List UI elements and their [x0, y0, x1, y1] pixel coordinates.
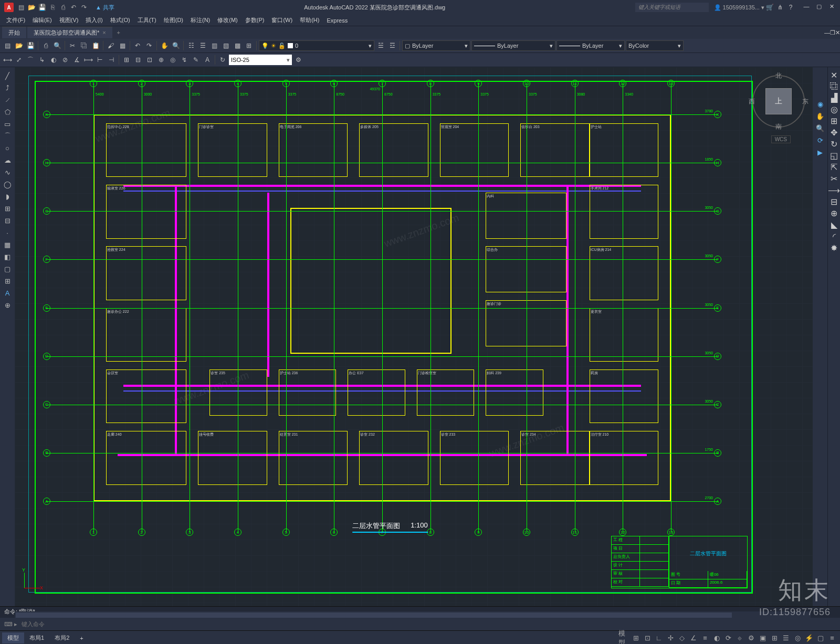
extend-icon[interactable]: ⟶ — [828, 185, 840, 195]
pline-icon[interactable]: ⤴ — [2, 82, 13, 93]
dim-baseline-icon[interactable]: ⊢ — [94, 55, 105, 65]
dim-edit-icon[interactable]: ✎ — [191, 55, 201, 65]
layerprops-icon[interactable]: ☱ — [375, 40, 386, 51]
paste-icon[interactable]: 📋 — [90, 40, 101, 51]
minimize-button[interactable]: — — [802, 3, 811, 12]
polygon-icon[interactable]: ⬠ — [2, 107, 13, 117]
drawing-canvas[interactable]: www.znzmo.com www.znzmo.com www.znzmo.co… — [15, 67, 813, 606]
gradient-icon[interactable]: ◧ — [2, 251, 13, 262]
explode-icon[interactable]: ✸ — [831, 243, 837, 253]
menu-item[interactable]: 文件(F) — [3, 16, 28, 24]
array-icon[interactable]: ⊞ — [831, 116, 837, 126]
transparency-icon[interactable]: ◐ — [711, 632, 722, 644]
xline-icon[interactable]: ⟋ — [2, 94, 13, 105]
block-icon[interactable]: ▦ — [117, 40, 128, 51]
annomonitor-icon[interactable]: ▣ — [757, 632, 769, 644]
dim-diameter-icon[interactable]: ⊘ — [60, 55, 70, 65]
rotate-icon[interactable]: ↻ — [831, 139, 837, 149]
viewcube-west[interactable]: 西 — [749, 97, 755, 106]
file-tab-active[interactable]: 某医院急诊部空调通风图*× — [27, 27, 112, 38]
table-icon[interactable]: ⊞ — [2, 276, 13, 286]
mtext-icon[interactable]: A — [2, 288, 13, 298]
pan-nav-icon[interactable]: ✋ — [815, 111, 825, 121]
zoom-icon[interactable]: 🔍 — [171, 40, 181, 51]
inspect-icon[interactable]: ◎ — [167, 55, 178, 65]
addselected-icon[interactable]: ⊕ — [2, 300, 13, 310]
grid-toggle-icon[interactable]: ⊞ — [630, 632, 642, 644]
join-icon[interactable]: ⊕ — [831, 208, 837, 218]
close-button[interactable]: ✕ — [827, 3, 836, 12]
chamfer-icon[interactable]: ◣ — [831, 220, 837, 230]
zoomext-icon[interactable]: 🔍 — [815, 123, 825, 133]
open-icon[interactable]: 📂 — [14, 40, 24, 51]
move-icon[interactable]: ✥ — [831, 128, 837, 138]
close-tab-icon[interactable]: × — [102, 29, 106, 36]
cut-icon[interactable]: ✂ — [67, 40, 78, 51]
revcloud-icon[interactable]: ☁ — [2, 155, 13, 165]
help-icon[interactable]: ? — [785, 2, 796, 13]
layeriso-icon[interactable]: ☲ — [387, 40, 397, 51]
toolpalettes-icon[interactable]: ▥ — [209, 40, 219, 51]
horizontal-scrollbar[interactable] — [15, 611, 811, 619]
menu-item[interactable]: 修改(M) — [214, 16, 241, 24]
cycling-icon[interactable]: ⟳ — [722, 632, 734, 644]
dimstyle-mgr-icon[interactable]: ⚙ — [293, 55, 303, 65]
model-tab[interactable]: 模型 — [2, 632, 24, 643]
menu-item[interactable]: 帮助(H) — [297, 16, 322, 24]
dimstyle-dropdown[interactable]: ISO-25▾ — [229, 55, 292, 65]
dim-update-icon[interactable]: ↻ — [217, 55, 228, 65]
rectangle-icon[interactable]: ▭ — [2, 119, 13, 129]
annoscale-icon[interactable]: ⟐ — [734, 632, 746, 644]
lwt-toggle-icon[interactable]: ≡ — [699, 632, 711, 644]
save-icon[interactable]: 💾 — [25, 40, 36, 51]
menu-item[interactable]: 格式(O) — [107, 16, 133, 24]
share-button[interactable]: ▲ 共享 — [96, 4, 114, 12]
copy2-icon[interactable]: ⿻ — [830, 82, 838, 91]
dim-radius-icon[interactable]: ◐ — [48, 55, 59, 65]
cleanscreen-icon[interactable]: ▢ — [815, 632, 826, 644]
trim-icon[interactable]: ✂ — [831, 174, 837, 184]
stretch-icon[interactable]: ⇱ — [831, 162, 837, 172]
quickprops-icon[interactable]: ☰ — [780, 632, 792, 644]
customize-icon[interactable]: ≡ — [826, 632, 838, 644]
circle-icon[interactable]: ○ — [2, 143, 13, 153]
maximize-button[interactable]: ▢ — [815, 3, 823, 12]
viewcube[interactable]: 上 北 南 东 西 — [750, 72, 807, 130]
mirror-icon[interactable]: ▟ — [831, 93, 837, 103]
ellipsearc-icon[interactable]: ◗ — [2, 191, 13, 202]
jogged-icon[interactable]: ↯ — [179, 55, 190, 65]
ucs-icon[interactable]: XY — [21, 571, 42, 592]
new-icon[interactable]: ▤ — [2, 40, 13, 51]
polar-toggle-icon[interactable]: ✢ — [665, 632, 676, 644]
doc-restore-icon[interactable]: ❐ — [830, 29, 835, 36]
menu-item[interactable]: 编辑(E) — [29, 16, 55, 24]
hardware-icon[interactable]: ⚡ — [803, 632, 815, 644]
dim-angular-icon[interactable]: ∡ — [71, 55, 82, 65]
qat-new-icon[interactable]: ▤ — [17, 3, 25, 12]
help-search-input[interactable]: 键入关键字或短语 — [635, 3, 709, 12]
isolate-icon[interactable]: ◎ — [792, 632, 803, 644]
redo-icon[interactable]: ↷ — [144, 40, 154, 51]
app-menu-icon[interactable]: ⋔ — [775, 2, 785, 13]
ellipse-icon[interactable]: ◯ — [2, 179, 13, 189]
spline-icon[interactable]: ∿ — [2, 167, 13, 177]
dim-continue-icon[interactable]: ⊣ — [106, 55, 117, 65]
app-logo[interactable]: A — [4, 3, 14, 12]
dim-linear-icon[interactable]: ⟷ — [2, 55, 13, 65]
ortho-toggle-icon[interactable]: ∟ — [653, 632, 665, 644]
command-input[interactable] — [22, 621, 840, 627]
copy-icon[interactable]: ⿻ — [79, 40, 89, 51]
plotstyle-dropdown[interactable]: ByColor▾ — [626, 40, 684, 51]
menu-item[interactable]: 绘图(D) — [161, 16, 186, 24]
undo-icon[interactable]: ↶ — [132, 40, 143, 51]
viewcube-south[interactable]: 南 — [775, 122, 782, 131]
plot-icon[interactable]: ⎙ — [40, 40, 51, 51]
match-icon[interactable]: 🖌 — [106, 40, 116, 51]
qat-undo-icon[interactable]: ↶ — [69, 3, 78, 12]
dim-quick-icon[interactable]: ⟼ — [83, 55, 93, 65]
qat-redo-icon[interactable]: ↷ — [80, 3, 88, 12]
viewcube-north[interactable]: 北 — [775, 71, 782, 80]
osnap-toggle-icon[interactable]: ◇ — [676, 632, 688, 644]
add-layout-button[interactable]: + — [75, 634, 88, 643]
lineweight-dropdown[interactable]: ByLayer▾ — [556, 40, 625, 51]
